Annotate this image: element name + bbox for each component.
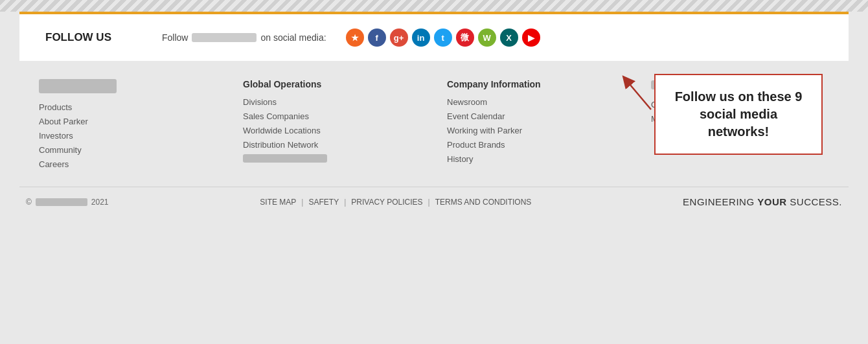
footer-col-2: Global Operations Divisions Sales Compan…: [230, 79, 434, 174]
bottom-tagline: ENGINEERING YOUR SUCCESS.: [683, 196, 842, 207]
xing-icon[interactable]: X: [500, 29, 518, 47]
copyright-name-blur: [36, 198, 87, 206]
tagline-prefix: ENGINEERING: [683, 196, 757, 207]
youtube-icon[interactable]: ▶: [522, 29, 540, 47]
bottom-left: © 2021: [26, 198, 109, 207]
zigzag-border: [0, 0, 868, 12]
weibo-icon[interactable]: 微: [456, 29, 474, 47]
footer-link-careers[interactable]: Careers: [39, 159, 217, 169]
company-name-blur: [192, 33, 257, 42]
copyright-symbol: ©: [26, 198, 32, 207]
follow-text-prefix: Follow: [162, 32, 188, 43]
facebook-icon[interactable]: f: [368, 29, 386, 47]
googleplus-icon[interactable]: g+: [390, 29, 408, 47]
copyright-year: 2021: [91, 198, 109, 207]
footer-link-worldwide-locations[interactable]: Worldwide Locations: [243, 126, 421, 135]
twitter-icon[interactable]: t: [434, 29, 452, 47]
company-information-heading: Company Information: [447, 79, 625, 89]
privacy-policies-link[interactable]: PRIVACY POLICIES: [346, 198, 428, 207]
footer-section: Products About Parker Investors Communit…: [19, 61, 849, 187]
tagline-bold: YOUR: [757, 196, 786, 207]
follow-text-suffix: on social media:: [260, 32, 326, 43]
follow-us-section: FOLLOW US Follow on social media: ★ f g+…: [19, 12, 849, 61]
footer-link-sales-companies[interactable]: Sales Companies: [243, 111, 421, 121]
safety-link[interactable]: SAFETY: [303, 198, 344, 207]
footer-link-distribution-network[interactable]: Distribution Network: [243, 140, 421, 150]
social-icons-container: ★ f g+ in t 微 W X ▶: [346, 29, 540, 47]
rss-icon[interactable]: ★: [346, 29, 364, 47]
footer-link-community[interactable]: Community: [39, 145, 217, 155]
tagline-suffix: SUCCESS.: [787, 196, 842, 207]
footer-col-3: Company Information Newsroom Event Calen…: [434, 79, 638, 174]
footer-link-history[interactable]: History: [447, 154, 625, 164]
linkedin-icon[interactable]: in: [412, 29, 430, 47]
footer-col-1: Products About Parker Investors Communit…: [26, 79, 230, 174]
bottom-links: SITE MAP | SAFETY | PRIVACY POLICIES | T…: [255, 198, 536, 207]
footer-link-event-calendar[interactable]: Event Calendar: [447, 111, 625, 121]
callout-arrow: [619, 74, 657, 113]
callout-text: Follow us on these 9 social media networ…: [675, 89, 803, 139]
footer-link-about[interactable]: About Parker: [39, 117, 217, 126]
company-logo-blur: [39, 79, 117, 93]
sitemap-link[interactable]: SITE MAP: [255, 198, 301, 207]
wechat-icon[interactable]: W: [478, 29, 496, 47]
footer-link-working-with-parker[interactable]: Working with Parker: [447, 126, 625, 135]
footer-link-divisions[interactable]: Divisions: [243, 97, 421, 107]
footer-link-products[interactable]: Products: [39, 102, 217, 112]
footer-link-investors[interactable]: Investors: [39, 131, 217, 141]
follow-text: Follow on social media:: [162, 32, 326, 43]
callout-box: Follow us on these 9 social media networ…: [654, 74, 823, 155]
footer-link-newsroom[interactable]: Newsroom: [447, 97, 625, 107]
svg-line-1: [626, 80, 651, 109]
bottom-bar: © 2021 SITE MAP | SAFETY | PRIVACY POLIC…: [19, 187, 849, 214]
terms-conditions-link[interactable]: TERMS AND CONDITIONS: [430, 198, 537, 207]
footer-link-product-brands[interactable]: Product Brands: [447, 140, 625, 150]
follow-us-label: FOLLOW US: [45, 31, 149, 44]
footer-link-blur: [243, 154, 327, 163]
global-operations-heading: Global Operations: [243, 79, 421, 89]
